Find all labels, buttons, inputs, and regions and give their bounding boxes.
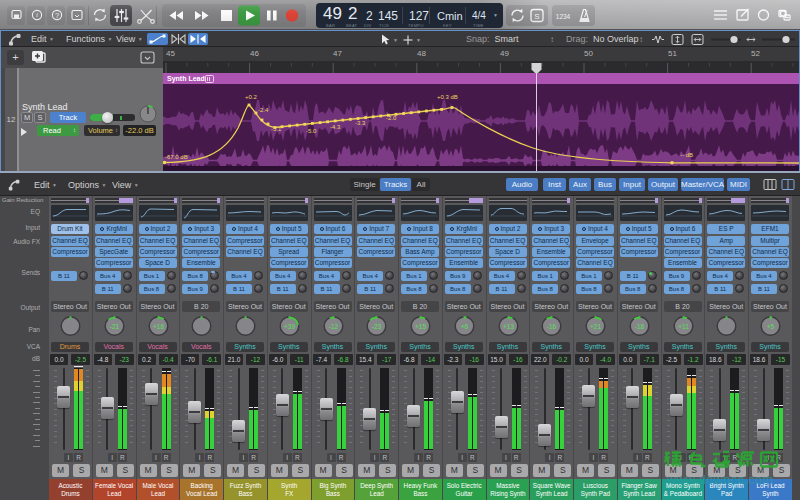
svg-text:+11: +11	[678, 323, 689, 330]
svg-text:+13: +13	[502, 323, 513, 330]
svg-text:+6: +6	[461, 323, 469, 330]
svg-text:+21: +21	[590, 323, 601, 330]
svg-text:-3.3: -3.3	[355, 120, 366, 126]
svg-text:-- dB: -- dB	[680, 152, 693, 158]
svg-text:-67.0 dB: -67.0 dB	[165, 154, 188, 160]
svg-text:-12: -12	[328, 323, 338, 330]
svg-text:▼: ▼	[393, 37, 398, 43]
svg-text:+0.3 dB: +0.3 dB	[437, 94, 458, 100]
svg-text:+18: +18	[152, 323, 163, 330]
svg-text:-16: -16	[547, 323, 557, 330]
svg-text:-2.0: -2.0	[386, 115, 397, 121]
svg-text:+5: +5	[767, 323, 775, 330]
svg-text:-5.1: -5.1	[271, 126, 282, 132]
svg-text:+15: +15	[415, 323, 426, 330]
svg-text:-2.4: -2.4	[258, 107, 269, 113]
svg-text:S: S	[534, 12, 539, 21]
svg-text:-4.3: -4.3	[330, 124, 341, 130]
svg-text:1234: 1234	[556, 13, 571, 20]
svg-text:+0.2: +0.2	[245, 94, 258, 100]
svg-text:▼: ▼	[416, 37, 421, 43]
svg-text:?: ?	[55, 11, 59, 20]
svg-text:-23: -23	[372, 323, 382, 330]
svg-text:-21: -21	[110, 323, 120, 330]
svg-text:+39: +39	[284, 323, 295, 330]
svg-text:i: i	[36, 11, 38, 19]
svg-text:-18: -18	[635, 323, 645, 330]
svg-text:-5.0: -5.0	[306, 128, 317, 134]
